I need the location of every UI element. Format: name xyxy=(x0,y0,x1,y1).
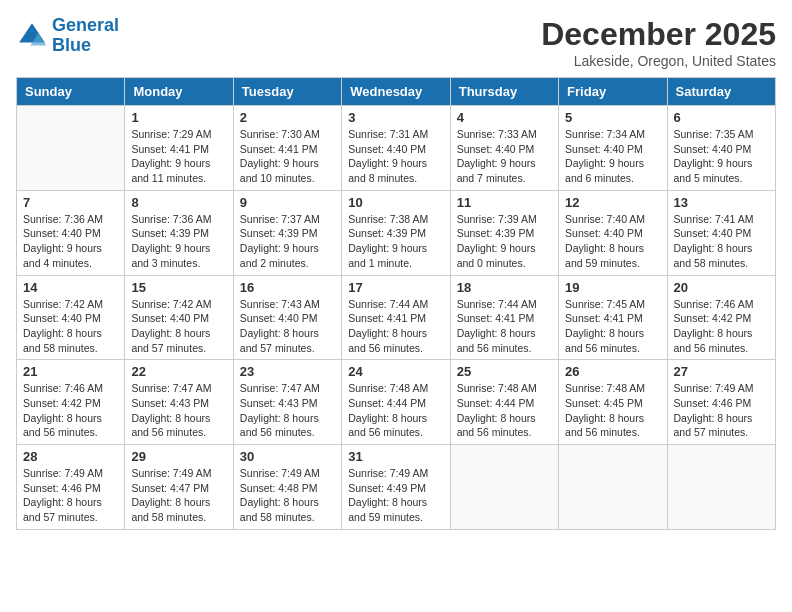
calendar-header-row: SundayMondayTuesdayWednesdayThursdayFrid… xyxy=(17,78,776,106)
logo: General Blue xyxy=(16,16,119,56)
day-info: Sunrise: 7:40 AM Sunset: 4:40 PM Dayligh… xyxy=(565,212,660,271)
day-info: Sunrise: 7:43 AM Sunset: 4:40 PM Dayligh… xyxy=(240,297,335,356)
day-number: 14 xyxy=(23,280,118,295)
day-number: 10 xyxy=(348,195,443,210)
day-number: 9 xyxy=(240,195,335,210)
day-info: Sunrise: 7:36 AM Sunset: 4:40 PM Dayligh… xyxy=(23,212,118,271)
day-info: Sunrise: 7:44 AM Sunset: 4:41 PM Dayligh… xyxy=(348,297,443,356)
day-number: 12 xyxy=(565,195,660,210)
day-number: 7 xyxy=(23,195,118,210)
calendar-day-20: 20Sunrise: 7:46 AM Sunset: 4:42 PM Dayli… xyxy=(667,275,775,360)
day-number: 1 xyxy=(131,110,226,125)
calendar-day-18: 18Sunrise: 7:44 AM Sunset: 4:41 PM Dayli… xyxy=(450,275,558,360)
calendar-day-14: 14Sunrise: 7:42 AM Sunset: 4:40 PM Dayli… xyxy=(17,275,125,360)
calendar-day-1: 1Sunrise: 7:29 AM Sunset: 4:41 PM Daylig… xyxy=(125,106,233,191)
weekday-header-friday: Friday xyxy=(559,78,667,106)
calendar-day-4: 4Sunrise: 7:33 AM Sunset: 4:40 PM Daylig… xyxy=(450,106,558,191)
day-number: 31 xyxy=(348,449,443,464)
logo-icon xyxy=(16,20,48,52)
day-number: 22 xyxy=(131,364,226,379)
calendar-week-row: 1Sunrise: 7:29 AM Sunset: 4:41 PM Daylig… xyxy=(17,106,776,191)
day-info: Sunrise: 7:49 AM Sunset: 4:48 PM Dayligh… xyxy=(240,466,335,525)
calendar-day-31: 31Sunrise: 7:49 AM Sunset: 4:49 PM Dayli… xyxy=(342,445,450,530)
logo-text: General Blue xyxy=(52,16,119,56)
day-number: 6 xyxy=(674,110,769,125)
day-number: 17 xyxy=(348,280,443,295)
calendar-day-27: 27Sunrise: 7:49 AM Sunset: 4:46 PM Dayli… xyxy=(667,360,775,445)
page-header: General Blue December 2025 Lakeside, Ore… xyxy=(16,16,776,69)
day-info: Sunrise: 7:49 AM Sunset: 4:47 PM Dayligh… xyxy=(131,466,226,525)
location: Lakeside, Oregon, United States xyxy=(541,53,776,69)
day-info: Sunrise: 7:46 AM Sunset: 4:42 PM Dayligh… xyxy=(23,381,118,440)
calendar-day-7: 7Sunrise: 7:36 AM Sunset: 4:40 PM Daylig… xyxy=(17,190,125,275)
title-area: December 2025 Lakeside, Oregon, United S… xyxy=(541,16,776,69)
calendar-day-2: 2Sunrise: 7:30 AM Sunset: 4:41 PM Daylig… xyxy=(233,106,341,191)
day-number: 29 xyxy=(131,449,226,464)
calendar-day-23: 23Sunrise: 7:47 AM Sunset: 4:43 PM Dayli… xyxy=(233,360,341,445)
day-info: Sunrise: 7:49 AM Sunset: 4:49 PM Dayligh… xyxy=(348,466,443,525)
month-title: December 2025 xyxy=(541,16,776,53)
day-info: Sunrise: 7:33 AM Sunset: 4:40 PM Dayligh… xyxy=(457,127,552,186)
day-number: 4 xyxy=(457,110,552,125)
calendar-day-15: 15Sunrise: 7:42 AM Sunset: 4:40 PM Dayli… xyxy=(125,275,233,360)
calendar-day-5: 5Sunrise: 7:34 AM Sunset: 4:40 PM Daylig… xyxy=(559,106,667,191)
day-number: 16 xyxy=(240,280,335,295)
day-info: Sunrise: 7:42 AM Sunset: 4:40 PM Dayligh… xyxy=(131,297,226,356)
calendar-day-10: 10Sunrise: 7:38 AM Sunset: 4:39 PM Dayli… xyxy=(342,190,450,275)
day-number: 28 xyxy=(23,449,118,464)
day-number: 30 xyxy=(240,449,335,464)
calendar-day-30: 30Sunrise: 7:49 AM Sunset: 4:48 PM Dayli… xyxy=(233,445,341,530)
calendar-week-row: 21Sunrise: 7:46 AM Sunset: 4:42 PM Dayli… xyxy=(17,360,776,445)
calendar-day-21: 21Sunrise: 7:46 AM Sunset: 4:42 PM Dayli… xyxy=(17,360,125,445)
day-info: Sunrise: 7:35 AM Sunset: 4:40 PM Dayligh… xyxy=(674,127,769,186)
logo-line1: General xyxy=(52,15,119,35)
calendar-day-24: 24Sunrise: 7:48 AM Sunset: 4:44 PM Dayli… xyxy=(342,360,450,445)
day-info: Sunrise: 7:44 AM Sunset: 4:41 PM Dayligh… xyxy=(457,297,552,356)
day-info: Sunrise: 7:29 AM Sunset: 4:41 PM Dayligh… xyxy=(131,127,226,186)
day-number: 26 xyxy=(565,364,660,379)
empty-day-cell xyxy=(559,445,667,530)
day-info: Sunrise: 7:37 AM Sunset: 4:39 PM Dayligh… xyxy=(240,212,335,271)
day-number: 25 xyxy=(457,364,552,379)
day-info: Sunrise: 7:48 AM Sunset: 4:45 PM Dayligh… xyxy=(565,381,660,440)
day-info: Sunrise: 7:49 AM Sunset: 4:46 PM Dayligh… xyxy=(23,466,118,525)
calendar-day-6: 6Sunrise: 7:35 AM Sunset: 4:40 PM Daylig… xyxy=(667,106,775,191)
weekday-header-thursday: Thursday xyxy=(450,78,558,106)
day-number: 20 xyxy=(674,280,769,295)
calendar: SundayMondayTuesdayWednesdayThursdayFrid… xyxy=(16,77,776,530)
day-info: Sunrise: 7:36 AM Sunset: 4:39 PM Dayligh… xyxy=(131,212,226,271)
day-info: Sunrise: 7:48 AM Sunset: 4:44 PM Dayligh… xyxy=(457,381,552,440)
day-number: 21 xyxy=(23,364,118,379)
weekday-header-monday: Monday xyxy=(125,78,233,106)
calendar-week-row: 7Sunrise: 7:36 AM Sunset: 4:40 PM Daylig… xyxy=(17,190,776,275)
day-info: Sunrise: 7:48 AM Sunset: 4:44 PM Dayligh… xyxy=(348,381,443,440)
day-info: Sunrise: 7:34 AM Sunset: 4:40 PM Dayligh… xyxy=(565,127,660,186)
calendar-week-row: 28Sunrise: 7:49 AM Sunset: 4:46 PM Dayli… xyxy=(17,445,776,530)
day-info: Sunrise: 7:38 AM Sunset: 4:39 PM Dayligh… xyxy=(348,212,443,271)
day-number: 2 xyxy=(240,110,335,125)
weekday-header-saturday: Saturday xyxy=(667,78,775,106)
day-info: Sunrise: 7:47 AM Sunset: 4:43 PM Dayligh… xyxy=(131,381,226,440)
calendar-day-22: 22Sunrise: 7:47 AM Sunset: 4:43 PM Dayli… xyxy=(125,360,233,445)
weekday-header-sunday: Sunday xyxy=(17,78,125,106)
calendar-day-8: 8Sunrise: 7:36 AM Sunset: 4:39 PM Daylig… xyxy=(125,190,233,275)
calendar-day-28: 28Sunrise: 7:49 AM Sunset: 4:46 PM Dayli… xyxy=(17,445,125,530)
empty-day-cell xyxy=(667,445,775,530)
day-number: 11 xyxy=(457,195,552,210)
day-number: 23 xyxy=(240,364,335,379)
empty-day-cell xyxy=(450,445,558,530)
day-number: 5 xyxy=(565,110,660,125)
empty-day-cell xyxy=(17,106,125,191)
calendar-day-3: 3Sunrise: 7:31 AM Sunset: 4:40 PM Daylig… xyxy=(342,106,450,191)
day-info: Sunrise: 7:39 AM Sunset: 4:39 PM Dayligh… xyxy=(457,212,552,271)
calendar-day-17: 17Sunrise: 7:44 AM Sunset: 4:41 PM Dayli… xyxy=(342,275,450,360)
calendar-day-12: 12Sunrise: 7:40 AM Sunset: 4:40 PM Dayli… xyxy=(559,190,667,275)
day-number: 15 xyxy=(131,280,226,295)
day-number: 13 xyxy=(674,195,769,210)
weekday-header-tuesday: Tuesday xyxy=(233,78,341,106)
day-number: 19 xyxy=(565,280,660,295)
calendar-day-25: 25Sunrise: 7:48 AM Sunset: 4:44 PM Dayli… xyxy=(450,360,558,445)
day-number: 3 xyxy=(348,110,443,125)
calendar-day-9: 9Sunrise: 7:37 AM Sunset: 4:39 PM Daylig… xyxy=(233,190,341,275)
day-number: 8 xyxy=(131,195,226,210)
